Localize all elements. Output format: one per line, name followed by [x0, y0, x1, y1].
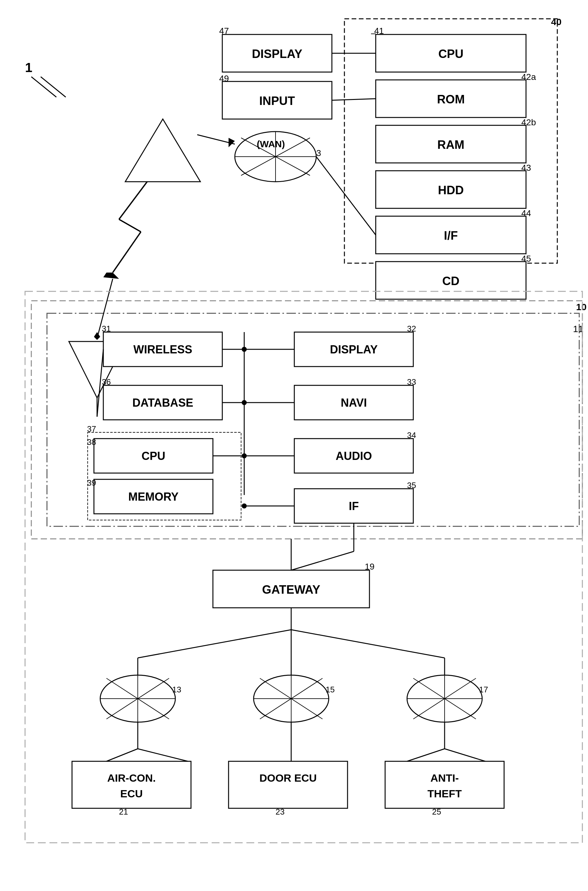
svg-line-127: [106, 749, 138, 761]
svg-line-36: [241, 138, 310, 176]
svg-marker-47: [104, 273, 119, 279]
svg-rect-85: [294, 439, 413, 473]
svg-text:1: 1: [25, 60, 32, 75]
svg-rect-76: [88, 432, 241, 520]
svg-text:25: 25: [432, 807, 441, 816]
svg-line-44: [119, 182, 147, 219]
svg-line-61: [97, 349, 104, 417]
svg-text:IF: IF: [349, 500, 359, 512]
svg-text:I/F: I/F: [444, 229, 458, 242]
svg-text:DISPLAY: DISPLAY: [252, 47, 302, 60]
svg-line-122: [413, 678, 476, 719]
svg-text:21: 21: [119, 807, 128, 816]
svg-text:ECU: ECU: [120, 787, 143, 799]
svg-rect-48: [31, 301, 582, 539]
svg-text:(WAN): (WAN): [257, 139, 285, 149]
svg-line-2: [41, 77, 66, 97]
svg-point-75: [242, 400, 247, 405]
svg-text:45: 45: [521, 254, 531, 263]
svg-text:WIRELESS: WIRELESS: [134, 343, 192, 356]
svg-rect-71: [294, 385, 413, 420]
svg-line-111: [106, 678, 169, 719]
svg-point-119: [407, 675, 482, 722]
svg-text:10: 10: [576, 302, 586, 312]
svg-text:DOOR ECU: DOOR ECU: [259, 772, 316, 784]
svg-text:CD: CD: [442, 275, 460, 288]
svg-text:38: 38: [87, 437, 96, 447]
svg-text:3: 3: [316, 148, 321, 158]
svg-point-113: [254, 675, 329, 722]
svg-line-54: [97, 279, 113, 338]
svg-text:15: 15: [326, 685, 335, 694]
svg-line-130: [445, 749, 485, 761]
svg-rect-136: [228, 761, 348, 808]
svg-marker-41: [125, 119, 200, 182]
svg-text:41: 41: [374, 26, 384, 36]
svg-text:44: 44: [521, 208, 531, 218]
svg-line-116: [260, 678, 322, 719]
svg-line-105: [291, 630, 445, 658]
svg-rect-143: [25, 291, 582, 843]
svg-text:CPU: CPU: [438, 47, 464, 60]
svg-marker-52: [69, 341, 125, 398]
svg-line-117: [260, 678, 322, 719]
svg-text:37: 37: [87, 424, 96, 434]
svg-rect-5: [376, 35, 526, 72]
svg-marker-43: [228, 138, 235, 147]
svg-text:GATEWAY: GATEWAY: [262, 583, 320, 596]
svg-text:ANTI-: ANTI-: [430, 772, 459, 784]
svg-text:36: 36: [102, 377, 111, 387]
svg-text:THEFT: THEFT: [428, 787, 462, 799]
svg-point-66: [242, 347, 247, 352]
svg-rect-13: [376, 125, 526, 163]
svg-text:MEMORY: MEMORY: [128, 490, 179, 503]
svg-rect-81: [94, 479, 213, 514]
diagram: 1 40 CPU 41 ROM 42a RAM 42b HDD 43 I/F 4…: [0, 0, 588, 891]
svg-rect-19: [376, 216, 526, 254]
svg-line-37: [241, 138, 310, 176]
svg-text:43: 43: [521, 163, 531, 173]
svg-line-42: [197, 135, 235, 144]
svg-text:NAVI: NAVI: [340, 396, 367, 409]
svg-text:HDD: HDD: [438, 183, 464, 197]
svg-text:39: 39: [87, 478, 96, 487]
svg-text:11: 11: [573, 324, 583, 334]
svg-text:CPU: CPU: [141, 449, 165, 463]
svg-rect-9: [376, 80, 526, 117]
svg-text:DISPLAY: DISPLAY: [330, 343, 378, 356]
svg-text:42b: 42b: [521, 117, 536, 127]
svg-text:INPUT: INPUT: [259, 94, 295, 107]
svg-text:32: 32: [407, 324, 416, 334]
svg-rect-25: [222, 35, 332, 72]
svg-rect-22: [376, 261, 526, 299]
svg-line-102: [138, 630, 291, 658]
svg-rect-3: [344, 19, 557, 263]
svg-rect-16: [376, 171, 526, 208]
svg-text:40: 40: [551, 17, 561, 27]
svg-text:23: 23: [276, 807, 285, 816]
svg-rect-139: [385, 761, 504, 808]
svg-text:33: 33: [407, 377, 416, 387]
svg-line-123: [413, 678, 476, 719]
svg-point-33: [235, 132, 316, 182]
svg-line-40: [316, 157, 376, 235]
svg-text:AUDIO: AUDIO: [336, 449, 372, 463]
svg-text:RAM: RAM: [437, 138, 465, 151]
svg-line-1: [31, 77, 56, 97]
svg-point-89: [242, 453, 247, 458]
svg-line-110: [106, 678, 169, 719]
svg-rect-50: [47, 313, 579, 526]
svg-line-131: [407, 749, 445, 761]
svg-text:35: 35: [407, 481, 416, 490]
svg-text:49: 49: [219, 74, 229, 83]
svg-text:13: 13: [172, 685, 181, 694]
svg-rect-95: [213, 570, 369, 608]
svg-text:34: 34: [407, 430, 416, 440]
svg-point-107: [100, 675, 176, 722]
svg-line-32: [332, 99, 376, 100]
svg-text:19: 19: [365, 562, 375, 571]
svg-rect-132: [72, 761, 191, 808]
svg-text:AIR-CON.: AIR-CON.: [107, 772, 156, 784]
svg-line-45: [119, 219, 141, 232]
svg-rect-90: [294, 489, 413, 523]
